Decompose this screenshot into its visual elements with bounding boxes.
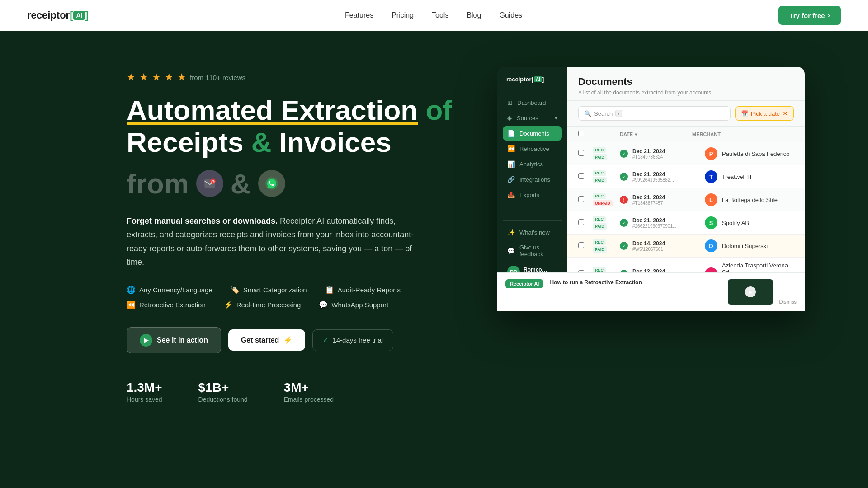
sidebar-integrations-label: Integrations: [519, 176, 550, 183]
sidebar-item-sources[interactable]: ◈ Sources ▾: [503, 111, 562, 125]
table-row: REC PAID ✓ Dec 21, 2024 #266221930370901…: [567, 211, 805, 235]
reports-icon: 📋: [325, 286, 334, 294]
title-automated: Automated Extraction: [127, 94, 418, 126]
star-half: ★: [177, 71, 186, 83]
app-mockup: receiptor [ AI ] ⊞ Dashboard ◈ Sources ▾: [497, 67, 805, 311]
sidebar-feedback[interactable]: 💬 Give us feedback: [503, 240, 562, 261]
feature-retroactive-label: Retroactive Extraction: [139, 301, 206, 309]
search-icon: 🔍: [584, 110, 591, 117]
header-checkbox[interactable]: [578, 130, 593, 138]
row-checkbox-3[interactable]: [578, 196, 593, 204]
row-checkbox-5[interactable]: [578, 242, 593, 250]
whatsapp-icon: [258, 170, 285, 197]
row-merchant-1: P Paulette di Saba Federico: [705, 147, 794, 160]
try-for-free-button[interactable]: Try for free ›: [778, 6, 841, 25]
row-checkbox-1[interactable]: [578, 150, 593, 158]
status-dot-4: ✓: [620, 219, 628, 227]
nav-blog[interactable]: Blog: [467, 11, 481, 19]
status-dot-1: ✓: [620, 150, 628, 158]
select-all-checkbox[interactable]: [578, 131, 584, 136]
sidebar-whats-new[interactable]: ✨ What's new: [503, 225, 562, 239]
exports-icon: 📤: [507, 191, 515, 198]
date-main-3: Dec 21, 2024: [632, 194, 705, 201]
search-placeholder: Search: [594, 110, 613, 117]
merchant-logo-1: P: [705, 147, 717, 160]
realtime-icon: ⚡: [224, 300, 233, 309]
row-rec-1: REC PAID: [593, 147, 620, 160]
paid-badge-5: PAID: [593, 246, 607, 253]
sources-icon: ◈: [507, 114, 512, 122]
nav-guides[interactable]: Guides: [499, 11, 522, 19]
rec-badge-1: REC: [593, 147, 606, 153]
sidebar-sources-label: Sources: [517, 115, 538, 122]
sort-icon: ▾: [635, 132, 637, 137]
stat-hours-label: Hours saved: [127, 396, 162, 403]
features-list: 🌐 Any Currency/Language 🏷️ Smart Categor…: [127, 286, 470, 309]
rec-badge-3: REC: [593, 193, 606, 199]
hero-description: Forget manual searches or downloads. Rec…: [127, 214, 416, 269]
sidebar-documents-label: Documents: [519, 130, 549, 137]
dashboard-icon: ⊞: [507, 99, 513, 106]
calendar-icon: 📅: [741, 110, 748, 117]
feature-whatsapp-label: WhatsApp Support: [331, 301, 388, 309]
merchant-logo-4: S: [705, 216, 717, 229]
row-date-5: Dec 14, 2024 #W5/12067601: [632, 240, 705, 252]
from-label: from: [127, 168, 189, 200]
nav-pricing[interactable]: Pricing: [392, 11, 414, 19]
feature-currency: 🌐 Any Currency/Language: [127, 286, 212, 294]
feature-reports-label: Audit-Ready Reports: [338, 286, 401, 294]
see-action-button[interactable]: ▶ See it in action: [127, 327, 221, 353]
nav-features[interactable]: Features: [345, 11, 373, 19]
header-date[interactable]: DATE ▾: [620, 131, 692, 137]
slash-key: /: [615, 110, 622, 117]
hero-from-row: from @ &: [127, 168, 470, 200]
play-icon: ▶: [140, 334, 152, 347]
whatsapp-support-icon: 💬: [319, 300, 328, 309]
sidebar-dashboard-label: Dashboard: [517, 99, 546, 106]
date-clear-button[interactable]: ✕: [783, 110, 788, 117]
date-main-1: Dec 21, 2024: [632, 148, 705, 155]
paid-badge-2: PAID: [593, 177, 607, 183]
date-ref-5: #W5/12067601: [632, 247, 705, 252]
nav-tools[interactable]: Tools: [432, 11, 448, 19]
sidebar-item-retroactive[interactable]: ⏪ Retroactive: [503, 141, 562, 156]
title-ampersand: &: [251, 127, 279, 158]
row-checkbox-2[interactable]: [578, 173, 593, 181]
stat-deductions-label: Deductions found: [198, 396, 248, 403]
sidebar-item-dashboard[interactable]: ⊞ Dashboard: [503, 95, 562, 110]
feature-categorization: 🏷️ Smart Categorization: [231, 286, 307, 294]
tooltip-play-button[interactable]: ▶: [745, 286, 756, 297]
date-header-label: DATE: [620, 131, 633, 137]
whats-new-icon: ✨: [507, 229, 515, 236]
sidebar-item-exports[interactable]: 📤 Exports: [503, 188, 562, 202]
tooltip-title: How to run a Retroactive Extraction: [567, 279, 722, 286]
navbar: receiptor [ AI ] Features Pricing Tools …: [0, 0, 868, 31]
sidebar-item-integrations[interactable]: 🔗 Integrations: [503, 172, 562, 187]
date-main-4: Dec 21, 2024: [632, 217, 705, 224]
description-bold: Forget manual searches or downloads.: [127, 216, 278, 225]
search-input[interactable]: 🔍 Search /: [578, 106, 731, 121]
table-row: REC UNPAID ! Dec 21, 2024 #T1848877457 L…: [567, 188, 805, 211]
tooltip-dismiss-button[interactable]: Dismiss: [779, 299, 797, 305]
see-action-label: See it in action: [157, 336, 208, 344]
merchant-name-1: Paulette di Saba Federico: [722, 150, 790, 157]
mockup-header: Documents A list of all the documents ex…: [567, 67, 805, 101]
feature-whatsapp: 💬 WhatsApp Support: [319, 300, 388, 309]
trial-label: 14-days free trial: [332, 336, 383, 344]
feedback-icon: 💬: [507, 247, 515, 254]
trial-button[interactable]: ✓ 14-days free trial: [312, 329, 393, 351]
tooltip-thumbnail[interactable]: ▶: [728, 279, 773, 305]
row-checkbox-4[interactable]: [578, 219, 593, 227]
date-picker[interactable]: 📅 Pick a date ✕: [735, 106, 794, 121]
get-started-button[interactable]: Get started ⚡: [228, 329, 305, 351]
row-date-3: Dec 21, 2024 #T1848877457: [632, 194, 705, 206]
row-merchant-4: S Spotify AB: [705, 216, 794, 229]
sidebar-exports-label: Exports: [519, 192, 539, 198]
sources-expand-icon: ▾: [555, 115, 557, 121]
status-dot-3: !: [620, 196, 628, 204]
merchant-name-4: Spotify AB: [722, 220, 749, 226]
sidebar-item-analytics[interactable]: 📊 Analytics: [503, 157, 562, 171]
merchant-logo-2: T: [705, 170, 717, 183]
sidebar-item-documents[interactable]: 📄 Documents: [503, 126, 562, 141]
date-ref-2: #99926419595882...: [632, 178, 705, 183]
